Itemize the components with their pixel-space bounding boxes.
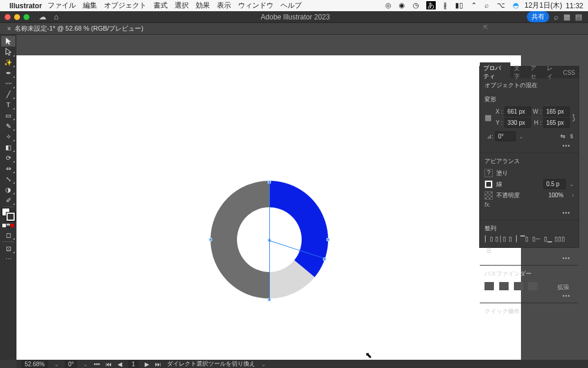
menu-window[interactable]: ウィンドウ [238, 1, 273, 11]
menu-effect[interactable]: 効果 [196, 1, 210, 11]
pathfinder-menu-icon[interactable]: ••• [485, 293, 574, 299]
fill-swatch[interactable]: ? [485, 169, 493, 177]
artboard-nav-menu-icon[interactable]: ••• [93, 361, 100, 367]
tab-css[interactable]: CSS [559, 68, 579, 78]
paintbrush-tool[interactable]: ✎ [1, 121, 15, 131]
arrange-icon[interactable]: ▦ [563, 12, 570, 21]
width-tool[interactable]: ⇔ [1, 163, 15, 174]
x-value[interactable]: 661 px [505, 107, 531, 117]
fx-label[interactable]: fx. [485, 201, 491, 208]
zoom-field[interactable]: 52.68% [21, 360, 48, 368]
ime-icon[interactable]: あ [426, 1, 436, 9]
artboard-first-icon[interactable]: ⏮ [106, 361, 112, 367]
edit-toolbar[interactable]: ⋯ [1, 254, 15, 264]
curvature-tool[interactable]: 〰 [1, 78, 15, 89]
fill-stroke-toggle[interactable] [1, 208, 15, 219]
zoom-window[interactable] [24, 14, 29, 20]
eraser-tool[interactable]: ◧ [1, 142, 15, 152]
tab-character[interactable]: 文字 [510, 62, 527, 82]
control-center-icon[interactable]: ⌥ [497, 1, 505, 9]
rotate-dropdown-icon[interactable]: ⌄ [83, 361, 88, 367]
clock-icon[interactable]: ◷ [413, 1, 419, 9]
chat-icon[interactable]: ◉ [399, 1, 405, 9]
canvas[interactable]: ⬉ [16, 35, 488, 360]
screen-mode[interactable]: ⊡ [1, 243, 15, 254]
workspace-icon[interactable]: ▤ [575, 12, 582, 21]
zoom-dropdown-icon[interactable]: ⌄ [54, 361, 59, 367]
free-transform-tool[interactable]: ⤡ [1, 174, 15, 184]
artboard-next-icon[interactable]: ▶ [145, 361, 149, 367]
type-tool[interactable]: T [1, 100, 15, 110]
magic-wand-tool[interactable]: ✨ [1, 57, 15, 68]
anchor-right[interactable] [327, 238, 330, 241]
menu-view[interactable]: 表示 [217, 1, 231, 11]
artboard-field[interactable]: 1 [128, 360, 139, 368]
line-tool[interactable]: ╱ [1, 89, 15, 100]
home-icon[interactable]: ⌂ [54, 12, 59, 21]
align-hcenter-icon[interactable]: ▯│▯ [496, 234, 505, 243]
pf-exclude-icon[interactable] [528, 282, 537, 290]
align-menu-icon[interactable]: ••• [485, 255, 574, 261]
ref-point-icon[interactable]: ▦ [485, 113, 492, 122]
pf-unite-icon[interactable] [485, 282, 494, 290]
close-doc-icon[interactable]: × [7, 25, 11, 33]
align-vcenter-icon[interactable]: ▯─ [532, 234, 540, 243]
y-value[interactable]: 330 px [505, 118, 531, 128]
direct-selection-tool[interactable] [1, 47, 15, 57]
minimize-window[interactable] [14, 14, 20, 20]
wifi-icon[interactable]: ⌃ [471, 1, 477, 9]
opacity-arrow-icon[interactable]: › [572, 192, 574, 198]
transform-menu-icon[interactable]: ••• [485, 142, 574, 149]
dist-h-icon[interactable]: ▯▯▯ [555, 234, 564, 243]
pathfinder-expand-button[interactable]: 拡張 [553, 282, 574, 293]
tab-assets[interactable]: アセ [527, 62, 543, 82]
artboard[interactable]: ⬉ [16, 55, 521, 368]
menu-file[interactable]: ファイル [48, 1, 76, 11]
align-left-icon[interactable]: ▏▯ [485, 234, 493, 243]
align-bottom-icon[interactable]: ▯▁ [543, 234, 552, 243]
flip-h-icon[interactable]: ⇋ [560, 133, 565, 140]
ctrl-icon[interactable]: ◎ [385, 1, 391, 9]
dist-v-icon[interactable]: ☰ [485, 246, 493, 255]
app-name[interactable]: Illustrator [9, 2, 42, 10]
document-tab[interactable]: × 名称未設定-1* @ 52.68 % (RGB/プレビュー) [0, 22, 151, 35]
w-value[interactable]: 165 px [543, 107, 570, 117]
artboard-prev-icon[interactable]: ◀ [118, 361, 122, 367]
opacity-value[interactable]: 100% [546, 191, 569, 200]
align-top-icon[interactable]: ▔▯ [520, 234, 529, 243]
pf-intersect-icon[interactable] [514, 282, 523, 290]
battery-icon[interactable]: ▮▯ [455, 1, 463, 9]
close-window[interactable] [5, 14, 11, 20]
selection-tool[interactable] [1, 36, 15, 47]
eyedropper-tool[interactable]: ✐ [1, 195, 15, 205]
pen-tool[interactable]: ✒ [1, 68, 15, 78]
stroke-swatch[interactable] [485, 180, 493, 188]
shaper-tool[interactable]: ✧ [1, 131, 15, 142]
menu-object[interactable]: オブジェクト [104, 1, 146, 11]
pf-minus-icon[interactable] [499, 282, 509, 290]
anchor-left[interactable] [209, 238, 212, 241]
angle-dropdown-icon[interactable]: ⌄ [519, 133, 523, 140]
bluetooth-icon[interactable]: ∦ [443, 1, 447, 9]
siri-icon[interactable]: ◓ [513, 1, 519, 9]
h-value[interactable]: 165 px [543, 118, 570, 128]
draw-mode[interactable]: ◻ [1, 230, 15, 240]
share-button[interactable]: 共有 [527, 11, 549, 22]
color-modes[interactable] [1, 219, 15, 230]
opacity-swatch[interactable] [485, 191, 493, 200]
align-right-icon[interactable]: ▯▕ [508, 234, 517, 243]
rectangle-tool[interactable]: ▭ [1, 110, 15, 121]
appearance-menu-icon[interactable]: ••• [485, 210, 574, 216]
artboard-last-icon[interactable]: ⏭ [155, 361, 161, 367]
stroke-dropdown-icon[interactable]: ⌄ [569, 181, 574, 187]
flip-v-icon[interactable]: ⥮ [569, 133, 574, 140]
angle-value[interactable]: 0° [495, 131, 516, 141]
stroke-value[interactable]: 0.5 p [543, 179, 566, 189]
constrain-icon[interactable]: ⟆ [572, 113, 575, 122]
menu-edit[interactable]: 編集 [83, 1, 97, 11]
tab-layers[interactable]: レイ [543, 62, 560, 82]
menubar-date[interactable]: 12月1日(木) [524, 1, 562, 11]
search-icon[interactable]: ⌕ [554, 12, 559, 21]
menu-type[interactable]: 書式 [153, 1, 168, 11]
shape-builder-tool[interactable]: ◑ [1, 184, 15, 195]
